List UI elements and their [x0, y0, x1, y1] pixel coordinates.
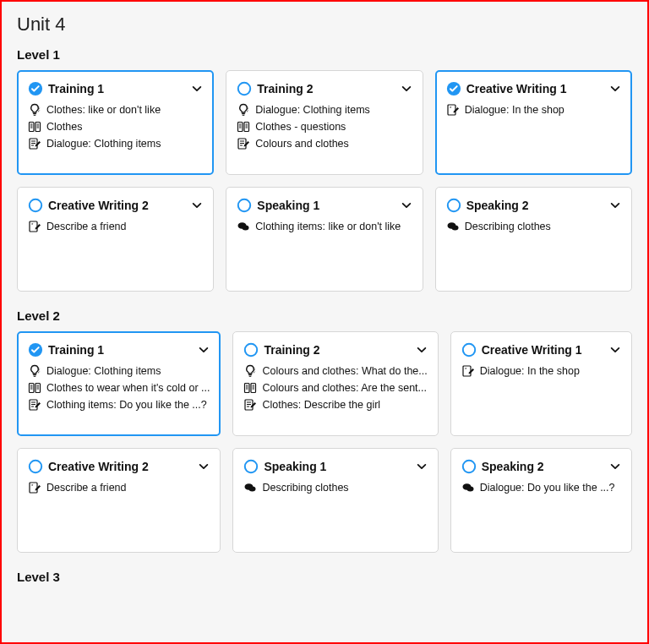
activity-item[interactable]: Colours and clothes: Are the sent... [243, 381, 427, 395]
activity-text: Clothing items: Do you like the ...? [46, 399, 207, 411]
svg-rect-59 [249, 376, 252, 377]
lesson-card[interactable]: Training 1Clothes: like or don't likeClo… [17, 70, 214, 175]
svg-rect-19 [244, 123, 249, 132]
svg-rect-18 [238, 123, 243, 132]
svg-rect-46 [35, 384, 41, 393]
svg-point-80 [249, 487, 256, 492]
lesson-card[interactable]: Creative Writing 1*Dialogue: In the shop [450, 331, 632, 436]
chevron-down-icon[interactable] [191, 199, 203, 211]
card-title: Speaking 1 [257, 199, 319, 212]
card-grid: Training 1Dialogue: Clothing itemsClothe… [17, 331, 632, 553]
svg-point-15 [238, 83, 250, 95]
activity-item[interactable]: *Dialogue: In the shop [461, 364, 621, 378]
lesson-card[interactable]: Training 1Dialogue: Clothing itemsClothe… [17, 331, 221, 436]
activity-text: Clothes: Describe the girl [262, 399, 380, 411]
chevron-down-icon[interactable] [401, 199, 412, 211]
lesson-card[interactable]: Creative Writing 1*Dialogue: In the shop [435, 70, 632, 175]
activity-item[interactable]: Clothes [28, 120, 203, 134]
svg-point-78 [245, 461, 257, 472]
columns-icon [28, 381, 41, 395]
card-title: Creative Writing 2 [48, 199, 149, 212]
idea-icon [243, 364, 257, 378]
activity-item[interactable]: Describing clothes [446, 220, 621, 233]
status-unchecked-icon [28, 459, 43, 474]
activity-text: Describing clothes [262, 482, 348, 494]
chevron-down-icon[interactable] [609, 344, 621, 356]
activity-item[interactable]: Dialogue: Clothing items [237, 103, 412, 117]
activity-item[interactable]: Clothing items: Do you like the ...? [28, 398, 210, 412]
svg-text:*: * [31, 222, 34, 227]
activity-text: Dialogue: Clothing items [255, 104, 370, 116]
activity-text: Colours and clothes [255, 138, 348, 150]
chevron-down-icon[interactable] [416, 344, 428, 356]
card-header: Creative Writing 1 [461, 342, 621, 357]
activity-item[interactable]: *Describe a friend [28, 220, 203, 233]
svg-rect-61 [251, 384, 256, 393]
lesson-card[interactable]: Creative Writing 2*Describe a friend [17, 187, 214, 292]
lesson-card[interactable]: Training 2Dialogue: Clothing itemsClothe… [226, 70, 423, 175]
status-unchecked-icon [243, 459, 259, 474]
card-title-wrap: Training 1 [28, 81, 104, 96]
chevron-down-icon[interactable] [416, 461, 428, 472]
svg-rect-58 [249, 374, 253, 375]
lesson-card[interactable]: Training 2Colours and clothes: What do t… [232, 331, 438, 436]
speak-icon [446, 220, 460, 233]
lesson-card[interactable]: Creative Writing 2*Describe a friend [17, 448, 221, 553]
activity-item[interactable]: Clothes to wear when it's cold or ... [28, 381, 210, 395]
activity-item[interactable]: Clothes: Describe the girl [243, 398, 427, 412]
activity-list: Describing clothes [446, 220, 621, 233]
activity-item[interactable]: Dialogue: Clothing items [28, 364, 210, 378]
chevron-down-icon[interactable] [609, 199, 621, 211]
activity-item[interactable]: Colours and clothes: What do the... [243, 364, 427, 378]
card-grid: Training 1Clothes: like or don't likeClo… [17, 70, 632, 292]
activity-text: Clothes: like or don't like [46, 104, 161, 116]
status-checked-icon [28, 81, 43, 96]
card-title: Speaking 2 [466, 199, 529, 212]
lesson-card[interactable]: Speaking 2Describing clothes [435, 187, 632, 292]
activity-text: Describing clothes [465, 221, 551, 232]
svg-rect-43 [33, 374, 36, 375]
card-title: Speaking 1 [264, 460, 326, 473]
card-header: Creative Writing 2 [28, 459, 210, 474]
svg-point-33 [30, 199, 41, 211]
activity-item[interactable]: *Dialogue: In the shop [446, 103, 621, 117]
activity-list: Dialogue: Clothing itemsClothes - questi… [237, 103, 412, 150]
status-unchecked-icon [243, 342, 259, 357]
activity-text: Dialogue: Do you like the ...? [480, 482, 615, 494]
card-title: Training 2 [264, 343, 319, 357]
activity-item[interactable]: Clothes: like or don't like [28, 103, 203, 117]
status-unchecked-icon [446, 198, 461, 213]
card-title-wrap: Creative Writing 1 [446, 81, 567, 96]
chevron-down-icon[interactable] [198, 344, 210, 356]
activity-item[interactable]: Clothes - questions [237, 120, 412, 134]
activity-text: Describe a friend [46, 221, 127, 232]
activity-list: Describing clothes [243, 481, 427, 494]
svg-rect-16 [243, 113, 246, 114]
activity-item[interactable]: Describing clothes [243, 481, 427, 494]
lesson-card[interactable]: Speaking 1Describing clothes [232, 448, 438, 553]
lesson-card[interactable]: Speaking 1Clothing items: like or don't … [226, 187, 423, 292]
chevron-down-icon[interactable] [198, 461, 210, 472]
activity-text: Clothes [46, 121, 82, 133]
activity-item[interactable]: Colours and clothes [237, 137, 412, 150]
speak-icon [237, 220, 250, 233]
speak-icon [461, 481, 475, 494]
card-header: Training 2 [243, 342, 427, 357]
card-title: Training 1 [48, 343, 104, 357]
activity-text: Dialogue: Clothing items [46, 365, 161, 377]
activity-item[interactable]: Dialogue: Do you like the ...? [461, 481, 621, 494]
svg-point-36 [238, 199, 250, 211]
activity-list: *Dialogue: In the shop [446, 103, 621, 117]
chevron-down-icon[interactable] [401, 83, 412, 95]
chevron-down-icon[interactable] [609, 83, 621, 95]
write-icon [243, 398, 257, 412]
activity-item[interactable]: Dialogue: Clothing items [28, 137, 203, 150]
card-header: Training 2 [237, 81, 412, 96]
chevron-down-icon[interactable] [609, 461, 621, 472]
activity-item[interactable]: Clothing items: like or don't like [237, 220, 412, 233]
speak-icon [243, 481, 257, 494]
lesson-card[interactable]: Speaking 2Dialogue: Do you like the ...? [450, 448, 632, 553]
activity-item[interactable]: *Describe a friend [28, 481, 210, 494]
activity-text: Colours and clothes: Are the sent... [262, 382, 427, 394]
chevron-down-icon[interactable] [191, 83, 203, 95]
